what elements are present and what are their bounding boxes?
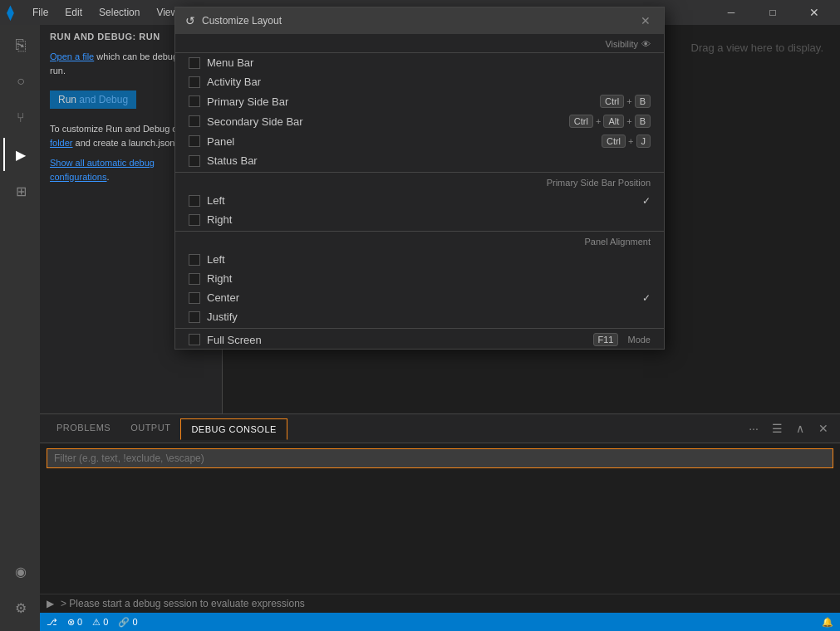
account-icon[interactable]: ◉ xyxy=(3,555,37,588)
status-bar-checkbox[interactable] xyxy=(189,155,200,167)
panel-justify-label: Justify xyxy=(207,311,651,323)
debug-output xyxy=(40,473,840,594)
source-control-icon[interactable]: ⑂ xyxy=(3,101,37,135)
status-bar-toggle[interactable]: Status Bar xyxy=(175,151,664,170)
visibility-label: Visibility 👁 xyxy=(605,39,651,49)
panel-center-check: ✓ xyxy=(642,292,651,304)
secondary-sidebar-toggle[interactable]: Secondary Side Bar Ctrl + Alt + B xyxy=(175,111,664,131)
secondary-sidebar-shortcut: Ctrl + Alt + B xyxy=(569,115,651,128)
panel-shortcut: Ctrl + J xyxy=(602,135,651,148)
list-icon[interactable]: ☰ xyxy=(767,418,787,438)
panel-tabs: PROBLEMS OUTPUT DEBUG CONSOLE ··· ☰ ∧ ✕ xyxy=(40,414,840,443)
panel-center-checkbox[interactable] xyxy=(189,292,200,304)
status-bar-label: Status Bar xyxy=(207,154,651,167)
run-debug-icon[interactable]: ▶ xyxy=(3,138,37,171)
run-debug-button[interactable]: Run and Debug xyxy=(50,90,136,109)
tab-debug-console[interactable]: DEBUG CONSOLE xyxy=(180,418,287,440)
panel-controls: ··· ☰ ∧ ✕ xyxy=(744,418,833,438)
panel-align-justify[interactable]: Justify xyxy=(175,307,664,326)
open-file-link[interactable]: Open a file xyxy=(50,51,94,61)
primary-sidebar-toggle[interactable]: Primary Side Bar Ctrl + B xyxy=(175,91,664,111)
panel-justify-checkbox[interactable] xyxy=(189,311,200,323)
warning-count: ⚠ 0 xyxy=(92,617,108,628)
customize-layout-modal[interactable]: ↺ Customize Layout ✕ Visibility 👁 Menu B… xyxy=(174,7,665,350)
primary-left-label: Left xyxy=(207,194,642,207)
modal-restore-icon[interactable]: ↺ xyxy=(185,14,195,27)
panel-align-right[interactable]: Right xyxy=(175,269,664,288)
chevron-up-icon[interactable]: ∧ xyxy=(790,418,810,438)
mode-label: Mode xyxy=(627,335,651,345)
menu-bar-label: Menu Bar xyxy=(207,56,651,69)
menu-selection[interactable]: Selection xyxy=(94,5,145,20)
activity-bar-checkbox[interactable] xyxy=(189,76,200,88)
section-divider-3 xyxy=(175,328,664,329)
panel-alignment-label: Panel Alignment xyxy=(585,237,651,247)
panel-align-center[interactable]: Center ✓ xyxy=(175,288,664,307)
activity-bar: ⎘ ○ ⑂ ▶ ⊞ ◉ ⚙ xyxy=(0,25,40,631)
status-right: 🔔 xyxy=(822,617,833,628)
primary-position-left[interactable]: Left ✓ xyxy=(175,191,664,210)
full-screen-label: Full Screen xyxy=(207,334,593,346)
more-actions-button[interactable]: ··· xyxy=(744,418,764,438)
notification-icon[interactable]: 🔔 xyxy=(822,617,833,628)
title-bar-left: ⧫ File Edit Selection View xyxy=(7,3,183,22)
panel-left-checkbox[interactable] xyxy=(189,254,200,266)
folder-link[interactable]: folder xyxy=(50,138,73,148)
panel-toggle[interactable]: Panel Ctrl + J xyxy=(175,131,664,151)
secondary-sidebar-checkbox[interactable] xyxy=(189,115,200,127)
filter-bar xyxy=(40,443,840,473)
extensions-icon[interactable]: ⊞ xyxy=(3,174,37,208)
primary-right-label: Right xyxy=(207,213,651,226)
primary-position-right[interactable]: Right xyxy=(175,210,664,229)
error-count: ⊗ 0 xyxy=(67,617,82,628)
modal-close-button[interactable]: ✕ xyxy=(637,12,654,29)
maximize-button[interactable]: □ xyxy=(754,0,792,25)
modal-title: Customize Layout xyxy=(202,15,282,27)
activity-bar-bottom: ◉ ⚙ xyxy=(3,555,37,631)
panel-align-left[interactable]: Left xyxy=(175,250,664,269)
full-screen-toggle[interactable]: Full Screen F11 Mode xyxy=(175,330,664,349)
menu-edit[interactable]: Edit xyxy=(60,5,87,20)
activity-bar-label: Activity Bar xyxy=(207,76,651,88)
visibility-eye-icon: 👁 xyxy=(641,39,651,49)
menu-bar-toggle[interactable]: Menu Bar xyxy=(175,53,664,72)
filter-input[interactable] xyxy=(47,448,833,468)
modal-title-bar: ↺ Customize Layout ✕ xyxy=(175,7,664,34)
branch-icon: ⎇ xyxy=(47,617,57,628)
search-icon[interactable]: ○ xyxy=(3,65,37,98)
status-bar: ⎇ ⊗ 0 ⚠ 0 🔗 0 🔔 xyxy=(40,613,840,631)
menu-bar-checkbox[interactable] xyxy=(189,57,200,69)
settings-icon[interactable]: ⚙ xyxy=(3,591,37,624)
panel-center-label: Center xyxy=(207,291,642,304)
panel-alignment-section-header: Panel Alignment xyxy=(175,233,664,250)
tab-output[interactable]: OUTPUT xyxy=(120,418,180,439)
close-button[interactable]: ✕ xyxy=(795,0,833,25)
panel-label: Panel xyxy=(207,135,602,148)
primary-left-checkbox[interactable] xyxy=(189,195,200,207)
primary-right-checkbox[interactable] xyxy=(189,214,200,226)
minimize-button[interactable]: ─ xyxy=(712,0,750,25)
primary-sidebar-checkbox[interactable] xyxy=(189,95,200,107)
panel-right-label: Right xyxy=(207,272,651,285)
full-screen-checkbox[interactable] xyxy=(189,334,200,345)
close-panel-button[interactable]: ✕ xyxy=(813,418,833,438)
vscode-logo: ⧫ xyxy=(7,3,14,22)
activity-bar-toggle[interactable]: Activity Bar xyxy=(175,72,664,91)
tab-problems[interactable]: PROBLEMS xyxy=(47,418,120,439)
menu-bar: File Edit Selection View xyxy=(27,5,183,20)
explorer-icon[interactable]: ⎘ xyxy=(3,28,37,61)
panel-left-label: Left xyxy=(207,253,651,266)
full-screen-shortcut: F11 Mode xyxy=(593,333,651,346)
secondary-sidebar-label: Secondary Side Bar xyxy=(207,115,569,128)
panel-checkbox[interactable] xyxy=(189,135,200,147)
bottom-panel: PROBLEMS OUTPUT DEBUG CONSOLE ··· ☰ ∧ ✕ … xyxy=(40,413,840,613)
panel-right-checkbox[interactable] xyxy=(189,273,200,285)
visibility-section-header: Visibility 👁 xyxy=(175,34,664,53)
show-all-link[interactable]: Show all automatic debug configurations xyxy=(50,158,155,182)
window-controls: ─ □ ✕ xyxy=(712,0,833,25)
section-divider-1 xyxy=(175,172,664,173)
primary-sidebar-label: Primary Side Bar xyxy=(207,95,600,108)
info-count: 🔗 0 xyxy=(118,617,137,628)
primary-position-label: Primary Side Bar Position xyxy=(547,178,651,188)
menu-file[interactable]: File xyxy=(27,5,53,20)
